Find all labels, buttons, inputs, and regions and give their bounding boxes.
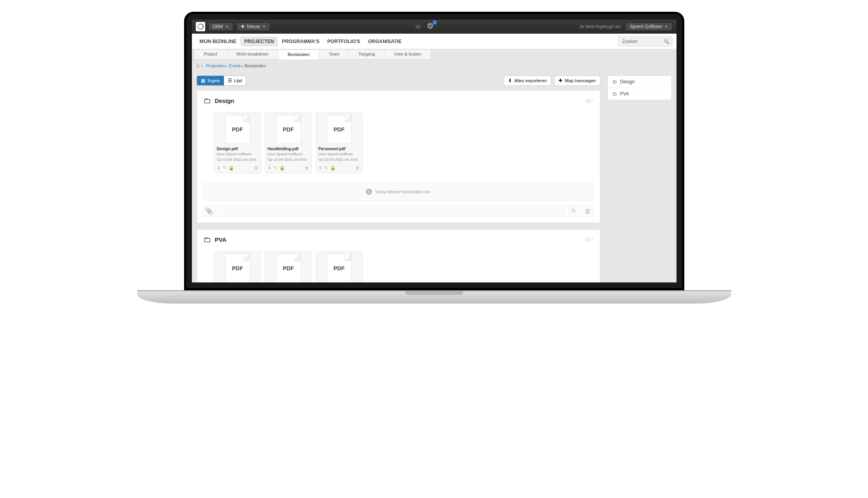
nav-item[interactable]: MIJN BIZINLINE (196, 36, 240, 47)
file-thumb: PDF (276, 115, 301, 144)
home-icon[interactable]: ⌂ (197, 63, 200, 68)
caret-down-icon: ▼ (226, 25, 229, 29)
org-dropdown[interactable]: OBM ▼ (208, 22, 233, 31)
folder-panel: 🗀Design🗀⁺PDFDesign.pdfDoor Sjoerd Griffi… (197, 90, 600, 223)
add-subfolder-icon[interactable]: 🗀⁺ (585, 236, 594, 243)
edit-icon[interactable]: ✎ (223, 165, 226, 171)
trash-icon[interactable]: 🗑 (356, 165, 360, 170)
login-text: Je bent ingelogd als (579, 24, 621, 29)
folder-icon: 🗀 (612, 79, 617, 84)
note-input[interactable] (217, 205, 566, 217)
edit-icon[interactable]: ✎ (324, 165, 328, 171)
trash-icon[interactable]: 🗑 (582, 205, 594, 217)
file-thumb: PDF (327, 115, 352, 144)
file-tile[interactable]: PDFPersoneel.pdfDoor Sjoerd GriffioenOp … (316, 112, 363, 173)
subtab[interactable]: Toegang (349, 49, 385, 59)
view-list-button[interactable]: ☰ Lijst (224, 76, 246, 85)
subtabs: ProjectWork breakdownBestandenTeamToegan… (192, 49, 677, 59)
file-name: Design.pdf (217, 146, 258, 151)
folder-icon: 🗀 (203, 235, 211, 244)
file-name: Handleiding.pdf (268, 146, 309, 151)
plus-icon: + (366, 189, 372, 195)
breadcrumb-current: Bestanden (244, 63, 266, 68)
subtab[interactable]: Work breakdown (227, 49, 278, 59)
add-subfolder-icon[interactable]: 🗀⁺ (585, 98, 594, 104)
edit-icon[interactable]: ✎ (274, 165, 277, 171)
subtab[interactable]: Project (194, 49, 227, 59)
trash-icon[interactable]: 🗑 (305, 165, 309, 170)
user-menu[interactable]: Sjoerd Griffioen ▼ (625, 22, 672, 31)
file-author: Door Sjoerd Griffioen (217, 152, 258, 156)
caret-down-icon: ▼ (262, 25, 266, 29)
notification-badge: 1 (433, 20, 437, 25)
add-files-button[interactable]: +Voeg nieuwe bestanden toe (203, 183, 594, 201)
nav-item[interactable]: PROJECTEN (240, 36, 278, 47)
chevron-right-icon: ▸ (225, 64, 229, 68)
file-thumb: PDF (225, 254, 250, 282)
file-author: Door Sjoerd Griffioen (268, 152, 309, 156)
subtab[interactable]: Bestanden (278, 50, 319, 59)
chevron-right-icon: ▸ (202, 64, 204, 68)
nav-item[interactable]: ORGANISATIE (364, 36, 406, 47)
mail-icon[interactable]: ✉ (414, 23, 422, 31)
trash-icon[interactable]: 🗑 (254, 165, 258, 170)
file-tile[interactable]: PDFHandleiding.pdfDoor Sjoerd GriffioenO… (214, 251, 261, 282)
export-all-button[interactable]: ⬇ Alles exporteren (504, 76, 551, 86)
file-date: Op 13-04-2022 om 8:54 (268, 157, 309, 162)
folder-title: PVA (215, 236, 227, 243)
file-tile[interactable]: PDFHandleiding.pdfDoor Sjoerd GriffioenO… (265, 112, 312, 173)
file-author: Door Sjoerd Griffioen (319, 152, 360, 156)
toolbar: ▦ Tegels ☰ Lijst ⬇ (197, 76, 600, 86)
chevron-right-icon: ▸ (240, 64, 244, 68)
nav-item[interactable]: PORTFOLIO'S (323, 36, 364, 47)
add-folder-label: Map toevoegen (565, 78, 596, 83)
nav-item[interactable]: PROGRAMMA'S (278, 36, 323, 47)
file-thumb: PDF (225, 115, 250, 144)
download-icon: ⬇ (508, 78, 512, 83)
subtab[interactable]: Uren & kosten (384, 49, 431, 59)
breadcrumb: ⌂ ▸ Projecten ▸ Event ▸ Bestanden (192, 59, 677, 72)
tasks-icon[interactable]: 1 (425, 22, 435, 31)
download-icon[interactable]: ⬇ (217, 165, 220, 171)
sidebar-folder-label: PVA (620, 91, 629, 97)
file-tile[interactable]: PDFDesign.pdfDoor Sjoerd GriffioenOp 13-… (214, 112, 261, 173)
app-logo[interactable] (196, 22, 205, 31)
folder-panel: 🗀PVA🗀⁺PDFHandleiding.pdfDoor Sjoerd Grif… (197, 229, 600, 282)
sidebar-folder-item[interactable]: 🗀PVA (608, 88, 671, 100)
caret-down-icon: ▼ (665, 25, 668, 29)
user-name: Sjoerd Griffioen (630, 24, 662, 29)
lock-icon[interactable]: 🔒 (279, 165, 285, 171)
view-tiles-button[interactable]: ▦ Tegels (197, 76, 224, 85)
add-files-label: Voeg nieuwe bestanden toe (375, 189, 431, 194)
file-name: Personeel.pdf (319, 146, 360, 151)
topbar: OBM ▼ ✚ Nieuw ▼ ✉ 1 Je bent in (192, 20, 677, 34)
file-thumb: PDF (276, 254, 301, 282)
breadcrumb-link[interactable]: Event (229, 63, 240, 68)
new-dropdown[interactable]: ✚ Nieuw ▼ (236, 22, 270, 31)
download-icon[interactable]: ⬇ (319, 165, 322, 171)
lock-icon[interactable]: 🔒 (330, 165, 336, 171)
file-thumb: PDF (327, 254, 352, 282)
svg-point-0 (198, 24, 203, 29)
folder-icon: 🗀 (612, 91, 617, 97)
folder-icon: 🗀 (203, 96, 211, 105)
subtab[interactable]: Team (319, 49, 349, 59)
org-label: OBM (213, 24, 223, 29)
sidebar-folder-item[interactable]: 🗀Design (608, 76, 671, 88)
list-icon: ☰ (228, 78, 232, 83)
file-date: Op 13-04-2022 om 8:54 (217, 157, 258, 162)
edit-icon[interactable]: ✎ (568, 205, 580, 217)
lock-icon[interactable]: 🔒 (229, 165, 234, 171)
attach-icon[interactable]: 📎 (203, 205, 215, 217)
download-icon[interactable]: ⬇ (268, 165, 271, 171)
export-label: Alles exporteren (514, 78, 547, 83)
folder-title: Design (215, 97, 234, 104)
file-date: Op 13-04-2022 om 8:54 (319, 157, 360, 162)
breadcrumb-link[interactable]: Projecten (206, 63, 225, 68)
navbar: MIJN BIZINLINEPROJECTENPROGRAMMA'SPORTFO… (192, 34, 677, 49)
search-icon: 🔍 (664, 39, 669, 44)
file-tile[interactable]: PDFPVA.pdfDoor Sjoerd GriffioenOp 13-04-… (316, 251, 363, 282)
grid-icon: ▦ (201, 78, 205, 83)
file-tile[interactable]: PDFLocaties.pdfDoor Sjoerd GriffioenOp 1… (265, 251, 312, 282)
add-folder-button[interactable]: ✚ Map toevoegen (554, 76, 600, 86)
